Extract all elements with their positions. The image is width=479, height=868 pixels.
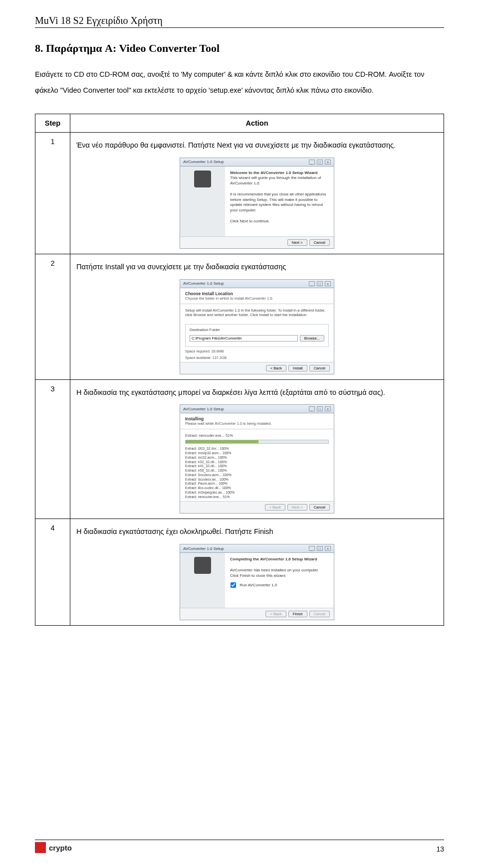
window-buttons: _ □ × xyxy=(308,281,331,286)
table-row: 1 Ένα νέο παράθυρο θα εμφανιστεί. Πατήστ… xyxy=(35,132,444,254)
run-after-label: Run AVConverter 1.0 xyxy=(240,582,277,587)
subheader-desc: Please wait while AVConverter 1.0 is bei… xyxy=(185,421,272,426)
window-title: AVConverter 1.0 Setup xyxy=(183,160,224,164)
action-text: Πατήστε Install για να συνεχίσετε με την… xyxy=(76,259,438,275)
wizard-subheader: Choose Install Location Choose the folde… xyxy=(180,288,334,304)
cancel-button[interactable]: Cancel xyxy=(309,504,330,511)
window-title: AVConverter 1.0 Setup xyxy=(183,546,224,551)
window-titlebar: AVConverter 1.0 Setup _ □ × xyxy=(180,280,334,288)
minimize-icon[interactable]: _ xyxy=(309,546,315,551)
installer-step3: AVConverter 1.0 Setup _ □ × Installing P… xyxy=(180,404,334,514)
wizard-text: Click Next to continue. xyxy=(230,219,270,223)
page-header: MuVi 18 S2 Εγχειρίδιο Χρήστη xyxy=(35,15,444,28)
computer-icon xyxy=(194,557,211,574)
run-after-checkbox[interactable] xyxy=(231,582,236,588)
window-buttons: _ □ × xyxy=(308,160,331,165)
subheader-title: Installing xyxy=(185,416,329,421)
installer-step2: AVConverter 1.0 Setup _ □ × Choose Insta… xyxy=(180,279,334,374)
window-titlebar: AVConverter 1.0 Setup _ □ × xyxy=(180,405,334,413)
wizard-text: AVConverter has been installed on your c… xyxy=(230,568,319,572)
step-action: Η διαδικασία της εγκατάστασης μπορεί να … xyxy=(70,379,444,519)
cancel-button[interactable]: Cancel xyxy=(309,365,330,371)
cancel-button[interactable]: Cancel xyxy=(309,239,330,246)
cancel-button: Cancel xyxy=(309,611,330,617)
extract-log: Extract: i263_32.drv... 100% Extract: ms… xyxy=(185,447,329,499)
step-action: Πατήστε Install για να συνεχίσετε με την… xyxy=(70,254,444,379)
wizard-content: Setup will install AVConverter 1.0 in th… xyxy=(180,304,334,362)
wizard-buttons: Next > Cancel xyxy=(180,236,334,248)
wizard-text: Click Finish to close this wizard. xyxy=(230,573,286,578)
wizard-heading: Welcome to the AVConverter 1.0 Setup Wiz… xyxy=(230,171,317,175)
step-number: 1 xyxy=(35,132,70,254)
run-after-checkbox-row: Run AVConverter 1.0 xyxy=(230,582,329,588)
window-title: AVConverter 1.0 Setup xyxy=(183,281,224,286)
step-number: 2 xyxy=(35,254,70,379)
window-titlebar: AVConverter 1.0 Setup _ □ × xyxy=(180,544,334,553)
maximize-icon[interactable]: □ xyxy=(317,546,323,551)
minimize-icon[interactable]: _ xyxy=(309,281,315,286)
table-row: 2 Πατήστε Install για να συνεχίσετε με τ… xyxy=(35,254,444,379)
window-buttons: _ □ × xyxy=(308,546,331,551)
maximize-icon[interactable]: □ xyxy=(317,160,323,165)
page-footer: crypto 13 xyxy=(35,840,444,853)
installer-step4: AVConverter 1.0 Setup _ □ × Completing t… xyxy=(180,544,334,620)
col-step: Step xyxy=(35,114,70,132)
finish-button[interactable]: Finish xyxy=(288,611,307,617)
action-text: Η διαδικασία της εγκατάστασης μπορεί να … xyxy=(76,385,438,401)
step-action: Η διαδικασία εγκατάστασης έχει ολοκληρωθ… xyxy=(70,519,444,626)
wizard-subheader: Installing Please wait while AVConverter… xyxy=(180,413,334,429)
window-title: AVConverter 1.0 Setup xyxy=(183,407,224,411)
next-button: Next > xyxy=(287,504,307,511)
dest-folder-label: Destination Folder xyxy=(190,328,324,332)
col-action: Action xyxy=(70,114,444,132)
wizard-content: Welcome to the AVConverter 1.0 Setup Wiz… xyxy=(225,167,334,236)
step-action: Ένα νέο παράθυρο θα εμφανιστεί. Πατήστε … xyxy=(70,132,444,254)
progress-fill xyxy=(186,440,258,443)
minimize-icon[interactable]: _ xyxy=(309,406,315,411)
wizard-heading: Completing the AVConverter 1.0 Setup Wiz… xyxy=(230,557,317,561)
page-number: 13 xyxy=(436,845,444,853)
back-button: < Back xyxy=(265,611,286,617)
step-number: 4 xyxy=(35,519,70,626)
close-icon[interactable]: × xyxy=(325,160,331,165)
back-button[interactable]: < Back xyxy=(266,365,286,371)
maximize-icon[interactable]: □ xyxy=(317,406,323,411)
close-icon[interactable]: × xyxy=(325,546,331,551)
install-button[interactable]: Install xyxy=(288,365,307,371)
intro-paragraph: Εισάγετε το CD στο CD-ROM σας, ανοιξτέ τ… xyxy=(35,67,444,99)
table-header-row: Step Action xyxy=(35,114,444,132)
action-text: Η διαδικασία εγκατάστασης έχει ολοκληρωθ… xyxy=(76,524,438,540)
wizard-buttons: < Back Next > Cancel xyxy=(180,501,334,513)
dest-folder-input[interactable] xyxy=(190,335,298,342)
footer-logo: crypto xyxy=(35,842,72,853)
next-button[interactable]: Next > xyxy=(287,239,307,246)
wizard-content: Completing the AVConverter 1.0 Setup Wiz… xyxy=(225,553,334,608)
wizard-text: It is recommended that you close all oth… xyxy=(230,192,326,212)
computer-icon xyxy=(194,171,211,187)
step-number: 3 xyxy=(35,379,70,519)
table-row: 3 Η διαδικασία της εγκατάστασης μπορεί ν… xyxy=(35,379,444,519)
action-text: Ένα νέο παράθυρο θα εμφανιστεί. Πατήστε … xyxy=(76,138,438,154)
logo-mark-icon xyxy=(35,842,46,853)
wizard-buttons: < Back Install Cancel xyxy=(180,362,334,374)
window-buttons: _ □ × xyxy=(308,406,331,411)
space-required: Space required: 28.8MB xyxy=(185,349,329,353)
wizard-text: This wizard will guide you through the i… xyxy=(230,175,321,185)
close-icon[interactable]: × xyxy=(325,281,331,286)
wizard-side-image xyxy=(180,553,225,608)
section-title: 8. Παράρτημα A: Video Converter Tool xyxy=(35,42,444,55)
extract-current: Extract: nencoder.exe... 51% xyxy=(185,433,329,438)
back-button: < Back xyxy=(265,504,285,511)
space-available: Space available: 137.2GB xyxy=(185,355,329,360)
wizard-side-image xyxy=(180,167,225,236)
table-row: 4 Η διαδικασία εγκατάστασης έχει ολοκληρ… xyxy=(35,519,444,626)
close-icon[interactable]: × xyxy=(325,406,331,411)
wizard-content: Extract: nencoder.exe... 51% Extract: i2… xyxy=(180,429,334,501)
progress-bar xyxy=(185,440,329,444)
window-titlebar: AVConverter 1.0 Setup _ □ × xyxy=(180,158,334,167)
browse-button[interactable]: Browse... xyxy=(300,335,324,342)
minimize-icon[interactable]: _ xyxy=(309,160,315,165)
maximize-icon[interactable]: □ xyxy=(317,281,323,286)
logo-text: crypto xyxy=(49,844,72,852)
steps-table: Step Action 1 Ένα νέο παράθυρο θα εμφανι… xyxy=(35,114,444,626)
